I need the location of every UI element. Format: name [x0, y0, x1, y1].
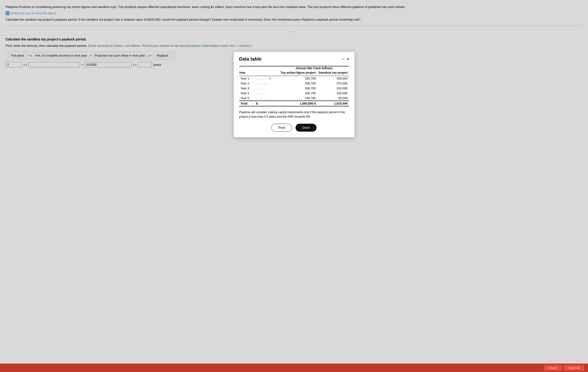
col-toy-header: Toy action figure project [279, 71, 317, 76]
year-cell: Year 1 [239, 76, 255, 77]
minimize-button[interactable]: − [342, 57, 344, 61]
table-row: Year 1 ......... $ 336,700 550,000 [239, 76, 349, 77]
modal-controls: − × [342, 57, 349, 61]
sandbox-value-cell: 550,000 [317, 76, 349, 77]
modal-header: Data table − × [239, 56, 349, 62]
toy-value-cell: 336,700 [279, 76, 317, 77]
modal-overlay: Data table − × Annual Net Cash Inflows Y… [0, 0, 588, 77]
header-annual: Annual Net Cash Inflows [279, 66, 349, 71]
data-table-modal: Data table − × Annual Net Cash Inflows Y… [233, 52, 355, 77]
modal-title: Data table [239, 56, 262, 62]
col-year-header: Year [239, 71, 255, 76]
data-table: Annual Net Cash Inflows Year Toy action … [239, 66, 349, 77]
col-sandbox-header: Sandbox toy project [317, 71, 349, 76]
close-button[interactable]: × [347, 57, 349, 61]
dots-cell: ......... $ [255, 76, 279, 77]
